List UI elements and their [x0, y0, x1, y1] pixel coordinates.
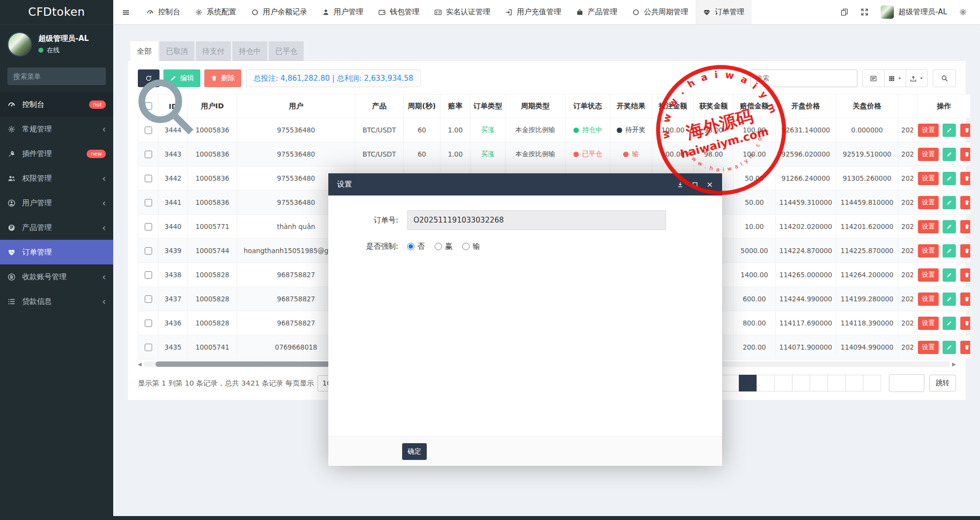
- edit-row-button[interactable]: [943, 172, 956, 185]
- row-checkbox[interactable]: [145, 320, 152, 327]
- force-radio-option[interactable]: 赢: [435, 242, 452, 251]
- sidebar-search-button[interactable]: [88, 68, 104, 84]
- export-button[interactable]: [906, 69, 928, 87]
- radio-input[interactable]: [435, 243, 442, 250]
- edit-row-button[interactable]: [943, 196, 956, 209]
- nav-item-dashboard[interactable]: 控制台: [139, 0, 188, 24]
- delete-row-button[interactable]: [960, 292, 971, 306]
- force-radio-option[interactable]: 否: [407, 242, 425, 251]
- setup-button[interactable]: 设置: [918, 196, 939, 209]
- search-button[interactable]: [933, 69, 956, 87]
- edit-row-button[interactable]: [943, 317, 956, 330]
- setup-button[interactable]: 设置: [918, 341, 939, 354]
- page-button[interactable]: [827, 375, 846, 391]
- setup-button[interactable]: 设置: [918, 172, 939, 185]
- detail-view-button[interactable]: [862, 69, 885, 87]
- setup-button[interactable]: 设置: [918, 124, 939, 137]
- delete-row-button[interactable]: [960, 317, 971, 330]
- edit-row-button[interactable]: [943, 268, 956, 282]
- sidebar-item-payment-accounts[interactable]: 收款账号管理 ‹: [0, 264, 113, 289]
- page-button[interactable]: [792, 375, 810, 391]
- order-number-input[interactable]: [407, 210, 666, 230]
- modal-header[interactable]: 设置: [328, 173, 722, 195]
- status-tab[interactable]: 待支付: [196, 41, 231, 61]
- page-button[interactable]: [774, 375, 792, 391]
- radio-input[interactable]: [407, 243, 414, 250]
- jump-button[interactable]: 跳转: [929, 375, 956, 391]
- nav-item-system-config[interactable]: 系统配置: [188, 0, 244, 24]
- minimize-button[interactable]: [677, 181, 684, 188]
- nav-item-public-cycle[interactable]: 公共周期管理: [625, 0, 695, 24]
- delete-row-button[interactable]: [960, 124, 971, 137]
- page-button[interactable]: [863, 375, 881, 391]
- row-checkbox[interactable]: [145, 175, 152, 182]
- delete-row-button[interactable]: [960, 148, 971, 161]
- columns-button[interactable]: [884, 69, 906, 87]
- nav-item-wallet[interactable]: 钱包管理: [371, 0, 427, 24]
- nav-item-orders[interactable]: 订单管理: [695, 0, 752, 24]
- row-checkbox[interactable]: [145, 247, 152, 255]
- delete-row-button[interactable]: [960, 341, 971, 354]
- setup-button[interactable]: 设置: [918, 317, 939, 330]
- confirm-button[interactable]: 确定: [402, 443, 427, 460]
- copy-page-button[interactable]: [834, 0, 854, 24]
- row-checkbox[interactable]: [145, 223, 152, 230]
- sidebar-item-plugins[interactable]: 插件管理 new: [0, 141, 113, 166]
- edit-row-button[interactable]: [943, 124, 956, 137]
- radio-input[interactable]: [462, 243, 470, 250]
- table-search-input[interactable]: [750, 69, 857, 87]
- sidebar-toggle[interactable]: ≡: [113, 0, 139, 24]
- close-button[interactable]: [706, 181, 713, 188]
- scroll-right-icon[interactable]: ▶: [952, 362, 956, 367]
- jump-page-input[interactable]: [889, 374, 924, 392]
- scroll-left-icon[interactable]: ◀: [138, 362, 142, 367]
- status-tab[interactable]: 持仓中: [232, 41, 267, 61]
- fullscreen-button[interactable]: [854, 0, 875, 24]
- force-radio-option[interactable]: 输: [462, 242, 480, 251]
- page-button[interactable]: [845, 375, 863, 391]
- edit-row-button[interactable]: [943, 244, 956, 258]
- nav-item-products[interactable]: 产品管理: [569, 0, 625, 24]
- nav-item-user-management[interactable]: 用户管理: [315, 0, 371, 24]
- edit-row-button[interactable]: [943, 292, 956, 306]
- setup-button[interactable]: 设置: [918, 148, 939, 161]
- sidebar-search-input[interactable]: [7, 72, 88, 80]
- page-button[interactable]: [721, 375, 739, 391]
- sidebar-item-users[interactable]: 用户管理 ‹: [0, 191, 113, 215]
- sidebar-item-orders[interactable]: 订单管理: [0, 240, 113, 264]
- delete-row-button[interactable]: [960, 268, 971, 282]
- setup-button[interactable]: 设置: [918, 244, 939, 258]
- delete-row-button[interactable]: [960, 220, 971, 233]
- page-button[interactable]: [757, 375, 775, 391]
- maximize-button[interactable]: [692, 181, 698, 188]
- setup-button[interactable]: 设置: [918, 220, 939, 233]
- sidebar-item-products[interactable]: 产品管理 ‹: [0, 215, 113, 240]
- status-tab[interactable]: 全部: [130, 41, 158, 61]
- brand-logo[interactable]: CFDtoken: [0, 0, 113, 25]
- cell-user: 975536480: [237, 142, 355, 166]
- nav-item-kyc[interactable]: 实名认证管理: [427, 0, 498, 24]
- row-checkbox[interactable]: [145, 151, 152, 158]
- sidebar-item-permissions[interactable]: 权限管理 ‹: [0, 166, 113, 191]
- row-checkbox[interactable]: [145, 344, 152, 351]
- status-tab[interactable]: 已取消: [159, 41, 194, 61]
- row-checkbox[interactable]: [145, 271, 152, 279]
- delete-row-button[interactable]: [960, 196, 971, 209]
- setup-button[interactable]: 设置: [918, 268, 939, 282]
- status-tab[interactable]: 已平仓: [269, 41, 304, 61]
- row-checkbox[interactable]: [145, 199, 152, 206]
- settings-button[interactable]: [953, 0, 973, 24]
- navbar-user-menu[interactable]: 超级管理员-AL: [875, 5, 953, 19]
- delete-row-button[interactable]: [960, 244, 971, 258]
- page-button[interactable]: [739, 375, 757, 391]
- sidebar-item-loans[interactable]: 贷款信息 ‹: [0, 289, 113, 314]
- nav-item-recharge[interactable]: 用户充值管理: [498, 0, 569, 24]
- setup-button[interactable]: 设置: [918, 292, 939, 306]
- edit-row-button[interactable]: [943, 220, 956, 233]
- edit-row-button[interactable]: [943, 341, 956, 354]
- page-button[interactable]: [810, 375, 828, 391]
- nav-item-balance-records[interactable]: 用户余额记录: [244, 0, 315, 24]
- edit-row-button[interactable]: [943, 148, 956, 161]
- delete-row-button[interactable]: [960, 172, 971, 185]
- row-checkbox[interactable]: [145, 295, 152, 303]
